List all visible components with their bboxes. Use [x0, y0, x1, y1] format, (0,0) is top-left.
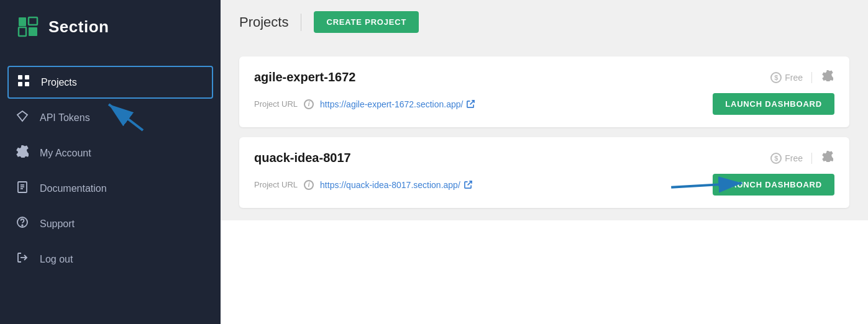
doc-icon	[15, 181, 30, 196]
project-2-settings-button[interactable]	[821, 150, 834, 166]
sidebar-item-api-tokens[interactable]: API Tokens	[0, 101, 221, 134]
sidebar-item-api-tokens-label: API Tokens	[40, 112, 90, 124]
svg-rect-4	[29, 27, 37, 36]
project-2-url-row: Project URL i https://quack-idea-8017.se…	[254, 174, 834, 196]
svg-point-15	[22, 225, 23, 226]
project-1-url-row: Project URL i https://agile-expert-1672.…	[254, 93, 834, 115]
sidebar-item-documentation-label: Documentation	[40, 183, 107, 194]
sidebar-nav: Projects API Tokens My Account	[0, 53, 221, 288]
project-2-info-icon: i	[304, 180, 314, 190]
annotation-arrow-launch	[239, 137, 849, 208]
sidebar-item-logout[interactable]: Log out	[0, 243, 221, 276]
page-title: Projects	[239, 14, 288, 30]
project-2-url-left: Project URL i https://quack-idea-8017.se…	[254, 180, 472, 190]
project-1-tier: Free	[785, 73, 803, 83]
sidebar-item-my-account[interactable]: My Account	[0, 137, 221, 169]
logo-text: Section	[48, 17, 109, 37]
project-2-url-text: https://quack-idea-8017.section.app/	[320, 180, 460, 190]
logout-icon	[15, 251, 30, 267]
project-1-settings-button[interactable]	[821, 69, 834, 86]
project-2-name: quack-idea-8017	[254, 151, 351, 165]
project-1-url-label: Project URL	[254, 99, 298, 109]
external-link-icon-2	[464, 181, 472, 189]
header-divider	[301, 14, 301, 31]
project-card-1-header: agile-expert-1672 $ Free	[254, 69, 834, 86]
sidebar-item-logout-label: Log out	[40, 254, 73, 265]
project-1-launch-button[interactable]: LAUNCH DASHBOARD	[713, 93, 834, 115]
sidebar-item-my-account-label: My Account	[40, 148, 91, 159]
svg-rect-7	[18, 82, 22, 86]
meta-divider	[811, 72, 812, 83]
project-1-tier-badge: $ Free	[770, 72, 803, 83]
svg-rect-8	[25, 82, 29, 86]
sidebar-item-support-label: Support	[40, 218, 75, 230]
sidebar-item-projects-label: Projects	[41, 77, 77, 88]
section-logo-icon	[15, 14, 41, 40]
project-1-name: agile-expert-1672	[254, 70, 355, 84]
svg-rect-2	[19, 27, 26, 36]
project-card-2-header: quack-idea-8017 $ Free	[254, 150, 834, 166]
svg-rect-1	[19, 17, 26, 26]
diamond-icon	[15, 110, 30, 125]
svg-line-19	[467, 181, 472, 186]
project-1-url-text: https://agile-expert-1672.section.app/	[320, 99, 463, 109]
settings-gear-icon	[822, 70, 833, 81]
project-1-url-left: Project URL i https://agile-expert-1672.…	[254, 99, 475, 109]
sidebar-item-support[interactable]: Support	[0, 207, 221, 240]
sidebar-item-projects[interactable]: Projects	[7, 66, 213, 99]
main-header: Projects CREATE PROJECT	[221, 0, 868, 44]
project-card-1: agile-expert-1672 $ Free	[239, 56, 849, 127]
grid-icon	[16, 74, 31, 90]
svg-marker-9	[17, 111, 27, 121]
project-1-url-link[interactable]: https://agile-expert-1672.section.app/	[320, 99, 475, 109]
svg-rect-6	[25, 75, 29, 79]
project-2-url-label: Project URL	[254, 180, 298, 189]
create-project-button[interactable]: CREATE PROJECT	[314, 11, 419, 33]
logo: Section	[0, 0, 221, 53]
dollar-icon-2: $	[770, 153, 782, 164]
sidebar-item-documentation[interactable]: Documentation	[0, 172, 221, 205]
project-card-2: quack-idea-8017 $ Free	[239, 137, 849, 208]
svg-rect-5	[18, 75, 22, 79]
project-2-tier-badge: $ Free	[770, 153, 803, 164]
gear-icon	[15, 145, 30, 161]
svg-line-18	[470, 101, 475, 105]
meta-divider-2	[811, 153, 812, 164]
projects-list: agile-expert-1672 $ Free	[221, 44, 868, 220]
svg-rect-3	[29, 17, 37, 25]
external-link-icon	[467, 100, 475, 108]
settings-gear-icon-2	[822, 151, 833, 162]
question-icon	[15, 216, 30, 232]
dollar-icon: $	[770, 72, 782, 83]
project-2-url-link[interactable]: https://quack-idea-8017.section.app/	[320, 180, 472, 190]
project-1-info-icon: i	[304, 99, 314, 109]
project-2-tier: Free	[785, 153, 803, 163]
project-1-meta: $ Free	[770, 69, 834, 86]
project-2-launch-button[interactable]: LAUNCH DASHBOARD	[713, 174, 834, 196]
project-2-meta: $ Free	[770, 150, 834, 166]
